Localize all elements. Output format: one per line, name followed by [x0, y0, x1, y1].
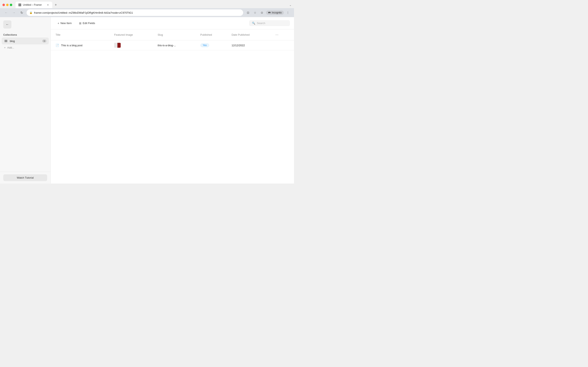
table-more-options-button[interactable]: ··· — [274, 32, 280, 38]
edit-icon: ⊞ — [79, 22, 81, 25]
image-right-half — [117, 43, 121, 48]
browser-actions: ⊡ ☆ ⊙ 🕶 Incognito ⋮ — [245, 10, 291, 16]
watch-tutorial-button[interactable]: Watch Tutorial — [3, 174, 47, 181]
col-published: Published — [197, 29, 228, 40]
edit-fields-button[interactable]: ⊞ Edit Fields — [76, 20, 98, 26]
profile-button[interactable]: ⊙ — [259, 10, 265, 16]
sidebar-content: Collections blog 1 + Add... — [0, 30, 51, 172]
table-row[interactable]: 📄 This is a blog post — [51, 40, 294, 50]
plus-icon: + — [58, 22, 59, 25]
col-title: Title — [51, 29, 111, 40]
featured-image-preview — [114, 43, 151, 48]
search-icon: 🔍 — [252, 22, 255, 25]
window-controls — [2, 4, 12, 6]
back-button[interactable]: ← — [3, 10, 9, 16]
edit-fields-label: Edit Fields — [83, 22, 95, 25]
row-actions-cell — [270, 40, 294, 50]
collections-title: Collections — [0, 32, 51, 38]
col-slug: Slug — [154, 29, 197, 40]
tab-favicon — [18, 3, 21, 6]
add-label: Add... — [7, 46, 14, 49]
close-window-button[interactable] — [2, 4, 5, 6]
image-thumbnail — [114, 43, 121, 48]
document-icon: 📄 — [56, 44, 59, 47]
add-icon: + — [4, 46, 6, 49]
blog-collection-count: 1 — [42, 40, 46, 42]
svg-rect-0 — [4, 40, 7, 40]
add-collection-button[interactable]: + Add... — [2, 44, 49, 51]
new-item-button[interactable]: + New Item — [55, 20, 75, 26]
reload-button[interactable]: ↻ — [19, 10, 25, 16]
published-badge: Yes — [200, 43, 209, 47]
menu-button[interactable]: ⋮ — [285, 10, 291, 16]
back-to-canvas-button[interactable]: ← — [3, 20, 11, 29]
sidebar-footer: Watch Tutorial — [0, 172, 51, 184]
image-left-half — [114, 43, 117, 48]
row-title-text: This is a blog post — [61, 44, 82, 47]
incognito-label: Incognito — [272, 11, 282, 14]
table-body: 📄 This is a blog post — [51, 40, 294, 50]
main-content: + New Item ⊞ Edit Fields 🔍 Title Feature… — [51, 17, 294, 184]
back-arrow-icon: ← — [6, 23, 9, 26]
lock-icon: 🔒 — [29, 11, 33, 14]
row-date-cell: 12/12/2022 — [228, 40, 270, 50]
search-bar[interactable]: 🔍 — [249, 20, 290, 26]
sidebar: ← Collections blog 1 + Add... — [0, 17, 51, 184]
sidebar-item-blog[interactable]: blog 1 — [2, 38, 49, 44]
collection-icon — [4, 39, 8, 43]
row-published-cell: Yes — [197, 40, 228, 50]
col-more: ··· — [270, 29, 294, 40]
search-input[interactable] — [257, 22, 287, 25]
address-bar-row: ← → ↻ 🔒 framer.com/projects/Untitled--mZ… — [0, 8, 294, 17]
tab-title: Untitled – Framer — [23, 3, 42, 6]
sidebar-header: ← — [0, 17, 51, 30]
row-featured-image-cell — [111, 40, 154, 50]
table-container: Title Featured Image Slug Published Date… — [51, 29, 294, 184]
collection-table: Title Featured Image Slug Published Date… — [51, 29, 294, 50]
row-title-content: 📄 This is a blog post — [56, 44, 108, 47]
browser-chrome: Untitled – Framer ✕ + ⌄ ← → ↻ 🔒 framer.c… — [0, 0, 294, 17]
forward-button[interactable]: → — [11, 10, 17, 16]
svg-rect-1 — [4, 41, 7, 41]
cast-button[interactable]: ⊡ — [245, 10, 251, 16]
minimize-window-button[interactable] — [6, 4, 9, 6]
col-featured-image: Featured Image — [111, 29, 154, 40]
tab-close-button[interactable]: ✕ — [46, 3, 49, 7]
address-bar[interactable]: 🔒 framer.com/projects/Untitled--mZ98oDWa… — [26, 9, 243, 16]
row-slug-cell: this-is-a-blog-... — [154, 40, 197, 50]
tab-bar: Untitled – Framer ✕ + ⌄ — [0, 0, 294, 8]
blog-collection-label: blog — [10, 40, 40, 43]
incognito-badge: 🕶 Incognito — [266, 11, 284, 15]
table-header: Title Featured Image Slug Published Date… — [51, 29, 294, 40]
new-tab-button[interactable]: + — [53, 2, 59, 8]
row-title-cell: 📄 This is a blog post — [51, 40, 111, 50]
col-date-published: Date Published — [228, 29, 270, 40]
browser-tab-active[interactable]: Untitled – Framer ✕ — [16, 2, 52, 8]
address-text: framer.com/projects/Untitled--mZ98oDWaPJ… — [34, 11, 240, 14]
bookmark-button[interactable]: ☆ — [252, 10, 258, 16]
incognito-icon: 🕶 — [268, 11, 270, 14]
new-item-label: New Item — [61, 22, 72, 25]
tab-menu-button[interactable]: ⌄ — [289, 3, 292, 7]
svg-rect-2 — [4, 42, 7, 42]
maximize-window-button[interactable] — [10, 4, 12, 6]
toolbar: + New Item ⊞ Edit Fields 🔍 — [51, 17, 294, 29]
app-container: ← Collections blog 1 + Add... — [0, 17, 294, 184]
